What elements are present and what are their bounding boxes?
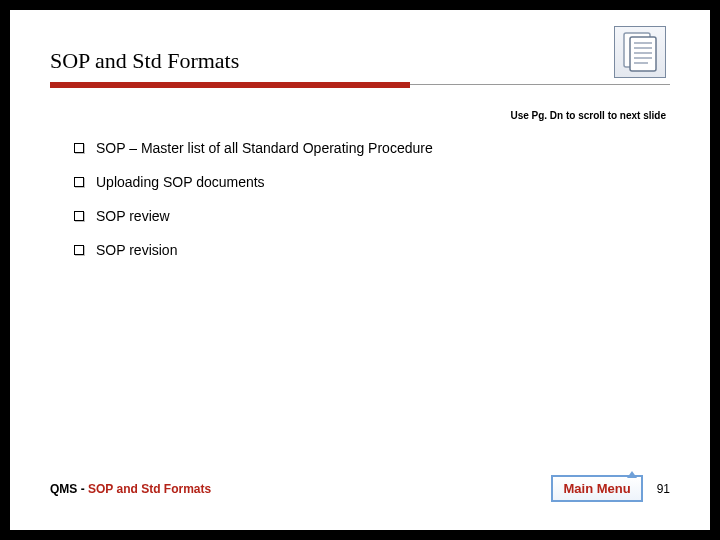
bullet-list: SOP – Master list of all Standard Operat…: [74, 140, 654, 276]
footer: QMS - SOP and Std Formats Main Menu 91: [50, 475, 670, 502]
list-item-label: SOP revision: [96, 242, 177, 258]
divider-red: [50, 82, 410, 88]
list-item: SOP revision: [74, 242, 654, 258]
page-number: 91: [657, 482, 670, 496]
scroll-hint: Use Pg. Dn to scroll to next slide: [510, 110, 666, 121]
checkbox-icon: [74, 245, 84, 255]
list-item-label: SOP – Master list of all Standard Operat…: [96, 140, 433, 156]
list-item-label: Uploading SOP documents: [96, 174, 265, 190]
list-item: Uploading SOP documents: [74, 174, 654, 190]
footer-prefix: QMS: [50, 482, 77, 496]
footer-right: Main Menu 91: [551, 475, 670, 502]
checkbox-icon: [74, 211, 84, 221]
list-item: SOP review: [74, 208, 654, 224]
divider-grey: [410, 84, 670, 85]
main-menu-label: Main Menu: [563, 481, 630, 496]
list-item: SOP – Master list of all Standard Operat…: [74, 140, 654, 156]
header: SOP and Std Formats: [50, 48, 670, 80]
footer-breadcrumb: QMS - SOP and Std Formats: [50, 482, 211, 496]
footer-section: SOP and Std Formats: [88, 482, 211, 496]
list-item-label: SOP review: [96, 208, 170, 224]
main-menu-button[interactable]: Main Menu: [551, 475, 642, 502]
checkbox-icon: [74, 143, 84, 153]
checkbox-icon: [74, 177, 84, 187]
footer-separator: -: [77, 482, 88, 496]
slide: SOP and Std Formats Use Pg. Dn to scroll…: [10, 10, 710, 530]
page-title: SOP and Std Formats: [50, 48, 670, 74]
arrow-up-icon: [627, 471, 637, 478]
